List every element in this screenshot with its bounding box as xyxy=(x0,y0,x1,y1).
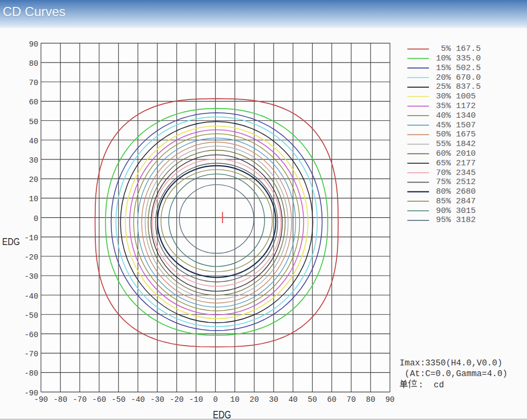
svg-text:20% 670.0: 20% 670.0 xyxy=(436,73,481,82)
svg-text:50: 50 xyxy=(308,395,317,404)
svg-text:90% 3015: 90% 3015 xyxy=(436,206,476,216)
svg-text:10: 10 xyxy=(29,195,38,203)
svg-text:30: 30 xyxy=(29,156,38,165)
svg-text:45% 1507: 45% 1507 xyxy=(436,120,476,130)
svg-text:-40: -40 xyxy=(131,395,145,404)
svg-text:-90: -90 xyxy=(24,389,38,398)
svg-text:: cd: : cd xyxy=(418,380,444,390)
svg-text:20: 20 xyxy=(250,395,259,404)
svg-text:85% 2847: 85% 2847 xyxy=(436,196,476,206)
svg-text:-80: -80 xyxy=(54,395,67,404)
svg-text:70: 70 xyxy=(347,395,356,404)
svg-text:15% 502.5: 15% 502.5 xyxy=(436,63,481,73)
svg-text:40% 1340: 40% 1340 xyxy=(436,111,476,120)
svg-text:40: 40 xyxy=(29,137,38,146)
svg-text:-60: -60 xyxy=(24,331,38,339)
svg-text:60: 60 xyxy=(327,395,336,404)
svg-text:95% 3182: 95% 3182 xyxy=(436,215,476,225)
svg-text:-70: -70 xyxy=(73,395,87,404)
svg-text:5% 167.5: 5% 167.5 xyxy=(436,44,481,54)
svg-text:40: 40 xyxy=(288,395,297,404)
svg-text:-40: -40 xyxy=(24,292,38,301)
svg-text:Imax:3350(H4.0,V0.0): Imax:3350(H4.0,V0.0) xyxy=(400,358,502,368)
svg-text:55% 1842: 55% 1842 xyxy=(436,139,476,149)
svg-text:65% 2177: 65% 2177 xyxy=(436,158,476,168)
svg-text:60: 60 xyxy=(29,98,38,106)
svg-text:(At:C=0.0,Gamma=4.0): (At:C=0.0,Gamma=4.0) xyxy=(405,369,508,379)
svg-text:-60: -60 xyxy=(92,395,106,404)
svg-text:30% 1005: 30% 1005 xyxy=(436,91,476,101)
svg-text:80: 80 xyxy=(29,59,38,68)
svg-text:80: 80 xyxy=(366,395,375,404)
svg-text:10: 10 xyxy=(230,395,239,404)
svg-text:60% 2010: 60% 2010 xyxy=(436,149,476,158)
svg-text:-80: -80 xyxy=(24,369,38,378)
svg-text:-30: -30 xyxy=(150,395,164,404)
svg-text:70: 70 xyxy=(29,79,38,87)
svg-text:75% 2512: 75% 2512 xyxy=(436,177,476,187)
svg-text:-50: -50 xyxy=(111,395,125,404)
svg-text:30: 30 xyxy=(269,395,278,404)
svg-text:10% 335.0: 10% 335.0 xyxy=(436,54,481,63)
svg-text:0: 0 xyxy=(213,395,218,404)
svg-text:-70: -70 xyxy=(24,350,38,358)
svg-text:25% 837.5: 25% 837.5 xyxy=(436,82,481,91)
svg-text:70% 2345: 70% 2345 xyxy=(436,168,476,178)
svg-text:50: 50 xyxy=(29,118,38,126)
svg-text:-10: -10 xyxy=(189,395,203,404)
svg-text:-20: -20 xyxy=(170,395,184,404)
svg-text:0: 0 xyxy=(34,215,39,223)
svg-text:-10: -10 xyxy=(24,234,38,242)
svg-text:50% 1675: 50% 1675 xyxy=(436,129,476,139)
svg-text:-20: -20 xyxy=(24,253,38,262)
svg-text:EDG: EDG xyxy=(213,409,231,420)
svg-text:80% 2680: 80% 2680 xyxy=(436,187,476,196)
svg-text:90: 90 xyxy=(29,40,38,49)
svg-text:-30: -30 xyxy=(24,272,38,281)
svg-text:90: 90 xyxy=(385,395,394,404)
svg-text:-50: -50 xyxy=(24,311,38,320)
svg-text:EDG: EDG xyxy=(2,236,20,247)
svg-text:35% 1172: 35% 1172 xyxy=(436,101,476,111)
svg-text:20: 20 xyxy=(29,175,38,184)
